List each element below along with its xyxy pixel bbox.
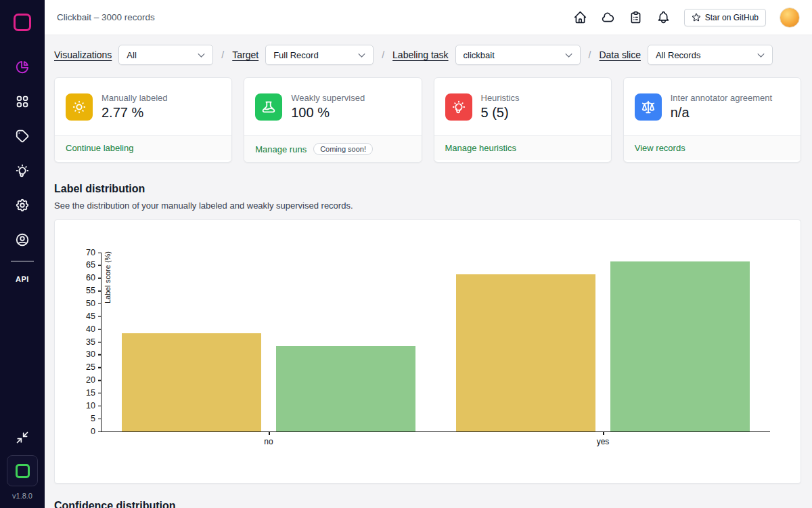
data-browser-icon[interactable] [15, 94, 30, 109]
star-icon [692, 13, 701, 22]
home-icon[interactable] [573, 10, 587, 24]
y-tick-label-0: 0 [91, 427, 95, 436]
target-dropdown[interactable]: Full Record [265, 45, 374, 65]
card-label: Weakly supervised [291, 93, 365, 103]
chart-groups: noyes [102, 253, 770, 431]
beaker-icon [255, 93, 282, 121]
sun-icon [66, 93, 93, 121]
data-slice-value: All Records [656, 50, 700, 60]
settings-gear-icon[interactable] [15, 198, 30, 213]
confidence-distribution-title: Confidence distribution [54, 500, 801, 508]
card-weakly-supervised: Weakly supervised 100 % Manage runs Comi… [244, 77, 422, 163]
y-tick-label-50: 50 [86, 299, 95, 308]
target-label: Target [232, 49, 258, 60]
card-footer: Manage heuristics [434, 135, 611, 160]
bar-group-yes: yes [436, 253, 770, 431]
stat-cards-row: Manually labeled 2.77 % Continue labelin… [54, 77, 801, 163]
y-tick-label-20: 20 [86, 376, 95, 385]
card-body: Weakly supervised 100 % [244, 78, 421, 135]
card-value: 100 % [291, 105, 365, 121]
star-on-github-button[interactable]: Star on GitHub [684, 9, 766, 26]
y-tick-label-25: 25 [86, 363, 95, 372]
sidebar-item-api[interactable]: API [16, 275, 29, 283]
sidebar-nav [15, 60, 30, 247]
labeling-task-value: clickbait [464, 50, 495, 60]
y-tick-label-40: 40 [86, 325, 95, 334]
manage-heuristics-link[interactable]: Manage heuristics [445, 143, 517, 153]
labeling-tag-icon[interactable] [15, 129, 30, 144]
top-bar: Clickbait – 3000 records Star on GitHub [45, 0, 812, 35]
filter-separator: / [221, 49, 224, 60]
user-avatar[interactable] [780, 7, 800, 28]
card-inter-annotator: Inter annotator agreement n/a View recor… [623, 77, 801, 163]
kern-logo-badge[interactable] [7, 455, 38, 486]
chart-plot-area: Label score (%) 051015202530354045505560… [101, 253, 770, 432]
y-tick-label-15: 15 [86, 389, 95, 398]
x-axis-label-yes: yes [597, 437, 610, 446]
card-label: Manually labeled [102, 93, 168, 103]
label-distribution-title: Label distribution [54, 183, 801, 195]
data-slice-label: Data slice [599, 49, 640, 60]
card-manually-labeled: Manually labeled 2.77 % Continue labelin… [54, 77, 232, 163]
card-label: Inter annotator agreement [671, 93, 772, 103]
cloud-icon[interactable] [601, 10, 615, 24]
view-records-link[interactable]: View records [635, 143, 685, 153]
main-area: Clickbait – 3000 records Star on GitHub [45, 0, 812, 508]
manage-runs-link[interactable]: Manage runs [255, 144, 307, 154]
filter-bar: Visualizations All / Target Full Record … [54, 45, 801, 65]
star-on-github-label: Star on GitHub [705, 13, 759, 22]
content: Visualizations All / Target Full Record … [45, 35, 812, 508]
card-body: Manually labeled 2.77 % [55, 78, 231, 135]
continue-labeling-link[interactable]: Continue labeling [66, 143, 133, 153]
bar-weakly-supervised-no [276, 346, 415, 431]
heuristics-lightbulb-icon[interactable] [15, 163, 30, 178]
card-footer: Continue labeling [55, 135, 231, 160]
chevron-down-icon [196, 50, 206, 60]
y-tick-label-35: 35 [86, 338, 95, 347]
x-axis-label-no: no [264, 437, 273, 446]
labeling-task-label: Labeling task [392, 49, 449, 60]
y-tick-label-30: 30 [86, 351, 95, 360]
changelog-document-icon[interactable] [629, 10, 643, 24]
y-tick-label-65: 65 [86, 261, 95, 270]
card-body: Heuristics 5 (5) [434, 78, 611, 135]
kern-logo-icon [16, 464, 30, 478]
version-label: v1.8.0 [12, 492, 32, 500]
chevron-down-icon [564, 50, 574, 60]
sidebar-divider [11, 261, 34, 261]
app-logo[interactable] [14, 14, 31, 31]
chevron-down-icon [756, 50, 766, 60]
label-distribution-subtitle: See the distribution of your manually la… [54, 200, 801, 211]
x-tick-mark [603, 431, 604, 435]
y-tick-label-10: 10 [86, 402, 95, 410]
bar-manually-labeled-yes [456, 274, 595, 431]
y-tick-label-55: 55 [86, 287, 95, 295]
bar-manually-labeled-no [122, 333, 261, 431]
visualizations-label: Visualizations [54, 49, 112, 60]
lightbulb-icon [445, 93, 472, 121]
card-footer: View records [624, 135, 800, 160]
data-slice-dropdown[interactable]: All Records [648, 45, 773, 65]
overview-pie-chart-icon[interactable] [15, 60, 30, 75]
notifications-bell-icon[interactable] [656, 10, 671, 24]
project-title: Clickbait – 3000 records [57, 12, 155, 22]
card-value: 5 (5) [481, 105, 520, 121]
card-body: Inter annotator agreement n/a [624, 78, 800, 135]
y-tick-label-70: 70 [86, 249, 95, 257]
visualizations-value: All [127, 50, 136, 60]
filter-separator: / [382, 49, 384, 60]
x-tick-mark [269, 431, 270, 435]
collapse-sidebar-icon[interactable] [16, 431, 29, 444]
admin-user-circle-icon[interactable] [15, 232, 30, 247]
coming-soon-badge: Coming soon! [313, 143, 373, 155]
card-heuristics: Heuristics 5 (5) Manage heuristics [434, 77, 612, 163]
y-tick-label-45: 45 [86, 312, 95, 321]
visualizations-dropdown[interactable]: All [118, 45, 213, 65]
y-tick-label-5: 5 [91, 415, 95, 423]
bar-group-no: no [102, 253, 436, 431]
labeling-task-dropdown[interactable]: clickbait [455, 45, 581, 65]
label-distribution-chart: Label score (%) 051015202530354045505560… [54, 219, 801, 484]
bar-weakly-supervised-yes [610, 261, 750, 431]
card-label: Heuristics [481, 93, 520, 103]
scale-icon [635, 93, 662, 121]
